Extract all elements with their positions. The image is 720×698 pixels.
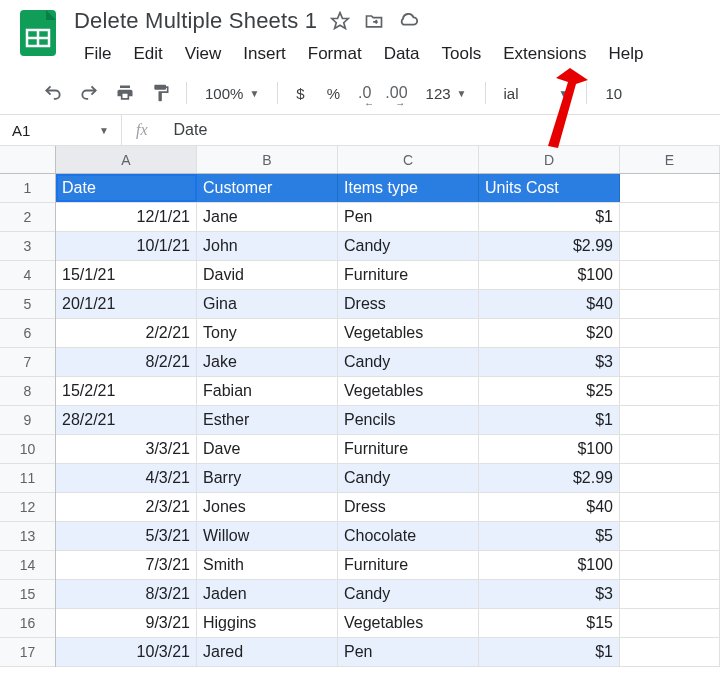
cell[interactable]: Dress: [338, 493, 479, 521]
cell[interactable]: $40: [479, 290, 620, 318]
cell[interactable]: 15/2/21: [56, 377, 197, 405]
cell[interactable]: [620, 290, 720, 318]
cell[interactable]: Pencils: [338, 406, 479, 434]
cell[interactable]: $3: [479, 580, 620, 608]
cell[interactable]: $20: [479, 319, 620, 347]
row-header[interactable]: 12: [0, 493, 55, 522]
cell[interactable]: 2/2/21: [56, 319, 197, 347]
cell[interactable]: [620, 348, 720, 376]
cell[interactable]: Candy: [338, 348, 479, 376]
redo-icon[interactable]: [78, 82, 100, 104]
move-folder-icon[interactable]: [363, 10, 385, 32]
cell[interactable]: 8/3/21: [56, 580, 197, 608]
cell[interactable]: [620, 174, 720, 202]
cell[interactable]: 9/3/21: [56, 609, 197, 637]
cell[interactable]: 10/1/21: [56, 232, 197, 260]
format-currency[interactable]: $: [292, 83, 308, 104]
cell[interactable]: Furniture: [338, 551, 479, 579]
col-header-D[interactable]: D: [479, 146, 620, 173]
col-header-C[interactable]: C: [338, 146, 479, 173]
doc-title[interactable]: Delete Multiple Sheets 1: [74, 8, 317, 34]
cell[interactable]: [620, 522, 720, 550]
undo-icon[interactable]: [42, 82, 64, 104]
cell[interactable]: John: [197, 232, 338, 260]
cell[interactable]: Esther: [197, 406, 338, 434]
cell[interactable]: Customer: [197, 174, 338, 202]
cell[interactable]: Fabian: [197, 377, 338, 405]
cell[interactable]: [620, 493, 720, 521]
menu-extensions[interactable]: Extensions: [493, 40, 596, 68]
menu-view[interactable]: View: [175, 40, 232, 68]
zoom-select[interactable]: 100%▼: [201, 83, 263, 104]
cell[interactable]: 5/3/21: [56, 522, 197, 550]
cell[interactable]: [620, 464, 720, 492]
cell[interactable]: [620, 319, 720, 347]
cell[interactable]: $100: [479, 435, 620, 463]
cell[interactable]: Jake: [197, 348, 338, 376]
cell[interactable]: Candy: [338, 232, 479, 260]
cell[interactable]: $15: [479, 609, 620, 637]
cell[interactable]: $1: [479, 638, 620, 666]
cell[interactable]: Gina: [197, 290, 338, 318]
cell[interactable]: Units Cost: [479, 174, 620, 202]
name-box[interactable]: A1 ▼: [0, 115, 122, 145]
cell[interactable]: [620, 580, 720, 608]
row-header[interactable]: 8: [0, 377, 55, 406]
cell[interactable]: 10/3/21: [56, 638, 197, 666]
increase-decimal-icon[interactable]: .00→: [385, 82, 407, 104]
row-header[interactable]: 13: [0, 522, 55, 551]
cell[interactable]: 3/3/21: [56, 435, 197, 463]
row-header[interactable]: 1: [0, 174, 55, 203]
cell[interactable]: Pen: [338, 203, 479, 231]
number-format-select[interactable]: 123▼: [422, 83, 471, 104]
menu-insert[interactable]: Insert: [233, 40, 296, 68]
cell[interactable]: 4/3/21: [56, 464, 197, 492]
cell[interactable]: Smith: [197, 551, 338, 579]
cell[interactable]: $1: [479, 203, 620, 231]
row-header[interactable]: 10: [0, 435, 55, 464]
cell[interactable]: 2/3/21: [56, 493, 197, 521]
cell[interactable]: $100: [479, 551, 620, 579]
row-header[interactable]: 16: [0, 609, 55, 638]
format-percent[interactable]: %: [323, 83, 344, 104]
row-header[interactable]: 5: [0, 290, 55, 319]
cell[interactable]: 12/1/21: [56, 203, 197, 231]
menu-data[interactable]: Data: [374, 40, 430, 68]
cell[interactable]: [620, 609, 720, 637]
cell[interactable]: 28/2/21: [56, 406, 197, 434]
row-header[interactable]: 2: [0, 203, 55, 232]
cell[interactable]: [620, 377, 720, 405]
cell[interactable]: 8/2/21: [56, 348, 197, 376]
cell[interactable]: $25: [479, 377, 620, 405]
cell[interactable]: $5: [479, 522, 620, 550]
cell[interactable]: Tony: [197, 319, 338, 347]
menu-edit[interactable]: Edit: [123, 40, 172, 68]
cell[interactable]: Furniture: [338, 261, 479, 289]
col-header-E[interactable]: E: [620, 146, 720, 173]
cell[interactable]: Dress: [338, 290, 479, 318]
col-header-B[interactable]: B: [197, 146, 338, 173]
cell[interactable]: [620, 261, 720, 289]
cell[interactable]: Willow: [197, 522, 338, 550]
cell[interactable]: Vegetables: [338, 319, 479, 347]
cell[interactable]: David: [197, 261, 338, 289]
row-header[interactable]: 7: [0, 348, 55, 377]
row-header[interactable]: 3: [0, 232, 55, 261]
cell[interactable]: [620, 551, 720, 579]
menu-file[interactable]: File: [74, 40, 121, 68]
row-header[interactable]: 15: [0, 580, 55, 609]
cloud-status-icon[interactable]: [397, 10, 419, 32]
select-all-corner[interactable]: [0, 146, 55, 174]
cell[interactable]: Vegetables: [338, 377, 479, 405]
cell[interactable]: 15/1/21: [56, 261, 197, 289]
cell[interactable]: Vegetables: [338, 609, 479, 637]
cell[interactable]: $2.99: [479, 232, 620, 260]
cell[interactable]: $100: [479, 261, 620, 289]
font-select[interactable]: ial▼: [500, 83, 573, 104]
row-header[interactable]: 11: [0, 464, 55, 493]
cell[interactable]: [620, 232, 720, 260]
formula-input[interactable]: Date: [162, 121, 220, 139]
row-header[interactable]: 14: [0, 551, 55, 580]
row-header[interactable]: 6: [0, 319, 55, 348]
row-header[interactable]: 17: [0, 638, 55, 667]
